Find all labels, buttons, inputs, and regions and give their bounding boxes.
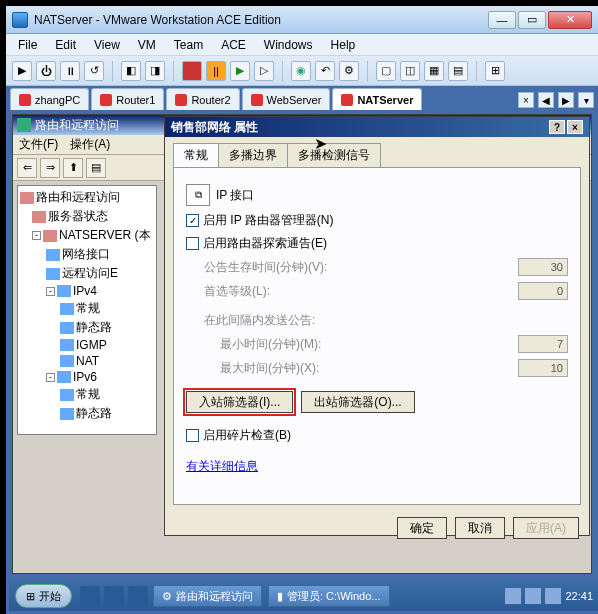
clock[interactable]: 22:41 [565, 590, 593, 602]
tab-zhangpc[interactable]: zhangPC [10, 88, 89, 110]
outbound-filters-button[interactable]: 出站筛选器(O)... [301, 391, 414, 413]
tab-router2[interactable]: Router2 [166, 88, 239, 110]
menu-ace[interactable]: ACE [213, 36, 254, 54]
rras-icon: ⚙ [162, 590, 172, 603]
more-info-link[interactable]: 有关详细信息 [186, 458, 258, 475]
tree-node-icon [20, 192, 34, 204]
outer-titlebar[interactable]: NATServer - VMware Workstation ACE Editi… [6, 6, 598, 34]
tree-item[interactable]: 静态路 [18, 404, 156, 423]
windows-logo-icon: ⊞ [26, 590, 35, 603]
tree-item[interactable]: 路由和远程访问 [18, 188, 156, 207]
unity-icon[interactable]: ◫ [400, 61, 420, 81]
checkbox-fragment[interactable] [186, 429, 199, 442]
snapshot-mgr-icon[interactable]: ◨ [145, 61, 165, 81]
dialog-footer: 确定 取消 应用(A) [165, 513, 589, 543]
reset-icon[interactable]: ↺ [84, 61, 104, 81]
pause-icon[interactable]: || [206, 61, 226, 81]
cancel-button[interactable]: 取消 [455, 517, 505, 539]
up-icon[interactable]: ⬆ [63, 158, 83, 178]
back-icon[interactable]: ⇐ [17, 158, 37, 178]
quicklaunch-icon[interactable] [80, 586, 100, 606]
app-icon [12, 12, 28, 28]
tabs-expand-icon[interactable]: ▾ [578, 92, 594, 108]
ok-button[interactable]: 确定 [397, 517, 447, 539]
tree-item[interactable]: NAT [18, 353, 156, 369]
manage-icon[interactable]: ⚙ [339, 61, 359, 81]
tree-node-label: 服务器状态 [48, 208, 108, 225]
tab-general[interactable]: 常规 [173, 143, 219, 167]
tab-router1[interactable]: Router1 [91, 88, 164, 110]
tabs-close-icon[interactable]: × [518, 92, 534, 108]
tree-item[interactable]: 常规 [18, 299, 156, 318]
tree-item[interactable]: 常规 [18, 385, 156, 404]
quicklaunch-icon[interactable] [128, 586, 148, 606]
snap-icon[interactable]: ◉ [291, 61, 311, 81]
menu-windows[interactable]: Windows [256, 36, 321, 54]
mmc-tree[interactable]: 路由和远程访问服务器状态-NATSERVER (本网络接口远程访问E-IPv4常… [17, 185, 157, 435]
vm-tabs: zhangPC Router1 Router2 WebServer NATSer… [6, 86, 598, 110]
menu-edit[interactable]: Edit [47, 36, 84, 54]
quicklaunch-icon[interactable] [104, 586, 124, 606]
tab-natserver[interactable]: NATServer [332, 88, 422, 110]
play-icon[interactable]: ▶ [230, 61, 250, 81]
vm-icon [251, 94, 263, 106]
tabs-next-icon[interactable]: ▶ [558, 92, 574, 108]
record-icon[interactable]: ▷ [254, 61, 274, 81]
expand-icon[interactable]: - [32, 231, 41, 240]
sidebar-toggle-icon[interactable]: ⊞ [485, 61, 505, 81]
dialog-body: ⧉ IP 接口 ✓ 启用 IP 路由器管理器(N) 启用路由器探索通告(E) 公… [173, 167, 581, 505]
tree-item[interactable]: 静态路 [18, 318, 156, 337]
tree-item[interactable]: IGMP [18, 337, 156, 353]
checkbox-enable-router[interactable]: ✓ [186, 214, 199, 227]
taskbar-item-rras[interactable]: ⚙ 路由和远程访问 [153, 585, 262, 607]
dialog-close-button[interactable]: × [567, 120, 583, 134]
tray-network-icon[interactable] [545, 588, 561, 604]
minimize-button[interactable]: — [488, 11, 516, 29]
tab-multicast[interactable]: 多播边界 [218, 143, 288, 167]
power-on-icon[interactable]: ▶ [12, 61, 32, 81]
menu-view[interactable]: View [86, 36, 128, 54]
dialog-titlebar[interactable]: 销售部网络 属性 ? × [165, 117, 589, 137]
snapshot-icon[interactable]: ◧ [121, 61, 141, 81]
tree-node-label: NATSERVER (本 [59, 227, 151, 244]
fwd-icon[interactable]: ⇒ [40, 158, 60, 178]
tree-item[interactable]: -IPv6 [18, 369, 156, 385]
menu-file[interactable]: File [10, 36, 45, 54]
inbound-filters-button[interactable]: 入站筛选器(I)... [186, 391, 293, 413]
start-button[interactable]: ⊞ 开始 [15, 584, 72, 608]
mmc-menu-action[interactable]: 操作(A) [70, 136, 110, 153]
tab-detect[interactable]: 多播检测信号 [287, 143, 381, 167]
tree-item[interactable]: -IPv4 [18, 283, 156, 299]
close-button[interactable]: ✕ [548, 11, 592, 29]
list-icon[interactable]: ▤ [86, 158, 106, 178]
tray-icon[interactable] [505, 588, 521, 604]
tab-webserver[interactable]: WebServer [242, 88, 331, 110]
stop-icon[interactable] [182, 61, 202, 81]
tree-node-label: IPv6 [73, 370, 97, 384]
taskbar-item-cmd[interactable]: ▮ 管理员: C:\Windo... [268, 585, 390, 607]
tree-item[interactable]: 服务器状态 [18, 207, 156, 226]
power-off-icon[interactable]: ⏻ [36, 61, 56, 81]
revert-icon[interactable]: ↶ [315, 61, 335, 81]
tabs-prev-icon[interactable]: ◀ [538, 92, 554, 108]
tree-node-label: IGMP [76, 338, 107, 352]
taskbar: ⊞ 开始 ⚙ 路由和远程访问 ▮ 管理员: C:\Windo... 22:41 [9, 581, 598, 611]
menu-team[interactable]: Team [166, 36, 211, 54]
view1-icon[interactable]: ▦ [424, 61, 444, 81]
expand-icon[interactable]: - [46, 287, 55, 296]
checkbox-enable-discovery[interactable] [186, 237, 199, 250]
suspend-icon[interactable]: ⏸ [60, 61, 80, 81]
mmc-icon [17, 118, 31, 132]
maximize-button[interactable]: ▭ [518, 11, 546, 29]
expand-icon[interactable]: - [46, 373, 55, 382]
mmc-menu-file[interactable]: 文件(F) [19, 136, 58, 153]
menu-vm[interactable]: VM [130, 36, 164, 54]
menu-help[interactable]: Help [323, 36, 364, 54]
tray-volume-icon[interactable] [525, 588, 541, 604]
tree-item[interactable]: -NATSERVER (本 [18, 226, 156, 245]
view2-icon[interactable]: ▤ [448, 61, 468, 81]
tree-item[interactable]: 网络接口 [18, 245, 156, 264]
fullscreen-icon[interactable]: ▢ [376, 61, 396, 81]
dialog-help-button[interactable]: ? [549, 120, 565, 134]
tree-item[interactable]: 远程访问E [18, 264, 156, 283]
